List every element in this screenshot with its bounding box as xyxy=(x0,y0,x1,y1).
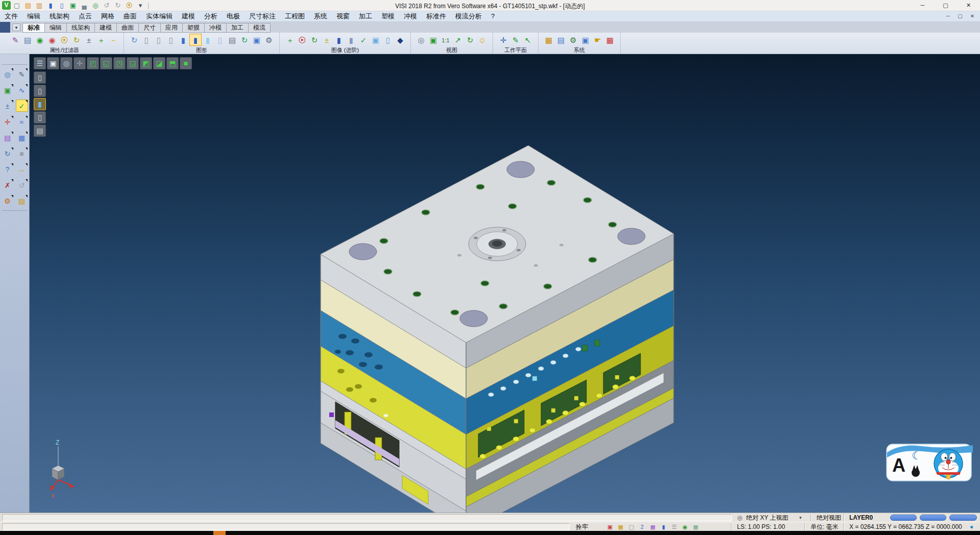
workplane-move-icon[interactable]: ↖ xyxy=(522,34,534,46)
tab-7[interactable]: 应用 xyxy=(161,23,183,33)
tab-11[interactable]: 模流 xyxy=(249,23,271,33)
wire-cylinder2-icon[interactable]: ▯ xyxy=(382,34,394,46)
fit-white-icon[interactable]: ▣ xyxy=(47,57,59,69)
visibility-trafficlight-icon[interactable]: ⦿ xyxy=(58,34,70,46)
swap-shading-icon[interactable]: ↻ xyxy=(238,34,251,46)
menu-item-20[interactable]: ? xyxy=(486,11,499,21)
dashed-hidden-cylinder-icon[interactable]: ▯ xyxy=(165,34,177,46)
menu-item-17[interactable]: 冲模 xyxy=(399,11,422,21)
menu-item-12[interactable]: 工程图 xyxy=(280,11,309,21)
taskbar-app-button[interactable] xyxy=(213,531,226,535)
triad-icon[interactable]: ✛ xyxy=(74,57,86,69)
rotate-view-icon[interactable]: ↻ xyxy=(464,34,476,46)
refresh-view-icon[interactable]: ↻ xyxy=(2,147,14,159)
menu-item-14[interactable]: 视窗 xyxy=(332,11,354,21)
dark-cube-icon[interactable]: ◆ xyxy=(394,34,406,46)
snap-mid-icon[interactable]: ▦ xyxy=(616,523,625,531)
mesh-display-icon[interactable]: ▦ xyxy=(604,34,616,46)
hide-entities-icon[interactable]: ◉ xyxy=(46,34,58,46)
remove-from-filter-icon[interactable]: － xyxy=(107,34,119,46)
display-shaded-icon[interactable]: ▮ xyxy=(34,98,46,110)
banded-cylinder-icon[interactable]: ▮ xyxy=(345,34,357,46)
view-back-icon[interactable]: ◲ xyxy=(127,57,139,69)
tab-3[interactable]: 线架构 xyxy=(67,23,95,33)
shaded-cube-icon[interactable]: ■ xyxy=(16,147,28,159)
tab-2[interactable]: 编辑 xyxy=(45,23,67,33)
image-settings-icon[interactable]: ▤ xyxy=(555,34,567,46)
attribute-books-icon[interactable]: ▤ xyxy=(2,131,14,143)
display-hatch-icon[interactable]: ▤ xyxy=(34,125,46,137)
tab-5[interactable]: 曲面 xyxy=(117,23,139,33)
view-right-icon[interactable]: ◪ xyxy=(153,57,165,69)
tab-10[interactable]: 加工 xyxy=(227,23,249,33)
help-context-icon[interactable]: 2 xyxy=(638,523,647,531)
menu-item-15[interactable]: 加工 xyxy=(354,11,377,21)
layer-indicator[interactable]: LAYER0 xyxy=(849,514,873,521)
color-table-icon[interactable]: ▦ xyxy=(543,34,555,46)
save-open-icon[interactable]: ▤ xyxy=(16,194,28,207)
grid-window-icon[interactable]: ▦ xyxy=(16,131,28,143)
menu-item-8[interactable]: 建模 xyxy=(177,11,200,21)
tab-1[interactable]: 标准 xyxy=(22,23,45,33)
view-top-icon[interactable]: ◰ xyxy=(87,57,99,69)
edit-erase-icon[interactable]: ✎ xyxy=(16,68,28,80)
zoom-solids-icon[interactable]: ± xyxy=(2,100,14,112)
mdi-minimize-button[interactable]: ─ xyxy=(943,11,952,21)
tab-dropdown-button[interactable]: ▼ xyxy=(12,23,20,31)
view-iso-icon[interactable]: ⬒ xyxy=(166,57,179,69)
mdi-restore-button[interactable]: ▢ xyxy=(955,11,965,21)
toggle-visibility-icon[interactable]: ± xyxy=(83,34,95,46)
view-left-icon[interactable]: ◩ xyxy=(140,57,152,69)
palette-small-icon[interactable]: ▦ xyxy=(648,523,657,531)
menu-item-16[interactable]: 塑模 xyxy=(377,11,399,21)
spline-edit-icon[interactable]: ≈ xyxy=(16,115,28,128)
maximize-button[interactable]: ▢ xyxy=(934,0,957,11)
lock-toggle[interactable]: 拴牢 xyxy=(576,523,588,530)
workplane-triad-icon[interactable]: ✛ xyxy=(2,115,14,128)
hatched-cylinder-icon[interactable]: ▤ xyxy=(226,34,238,46)
verify-solid-icon[interactable]: ✓ xyxy=(357,34,370,46)
display-wire-icon[interactable]: ▯ xyxy=(34,71,46,84)
menu-item-11[interactable]: 尺寸标注 xyxy=(244,11,280,21)
menu-item-2[interactable]: 编辑 xyxy=(22,11,45,21)
shaded-cylinder-icon[interactable]: ▮ xyxy=(177,34,189,46)
menu-item-19[interactable]: 模流分析 xyxy=(451,11,486,21)
shaded-edges-cylinder-icon[interactable]: ▮ xyxy=(189,34,202,46)
menu-item-9[interactable]: 分析 xyxy=(200,11,222,21)
zoom-select-icon[interactable]: ◎ xyxy=(737,514,742,521)
close-button[interactable]: ✕ xyxy=(957,0,980,11)
menu-item-4[interactable]: 点云 xyxy=(74,11,96,21)
menu-item-6[interactable]: 曲面 xyxy=(119,11,141,21)
tab-8[interactable]: 塑膜 xyxy=(183,23,205,33)
chevron-down-icon[interactable]: ▾ xyxy=(799,514,802,521)
solids-trafficlight-icon[interactable]: ⦿ xyxy=(296,34,308,46)
system-options-icon[interactable]: ⚙ xyxy=(567,34,579,46)
copy-shading-icon[interactable]: ▣ xyxy=(251,34,263,46)
wireframe-cylinder-icon[interactable]: ▯ xyxy=(140,34,153,46)
help-icon[interactable]: ? xyxy=(2,163,14,175)
zoom-extents-icon[interactable]: ▣ xyxy=(427,34,439,46)
copy-attributes-icon[interactable]: ▤ xyxy=(21,34,34,46)
display-hidden-icon[interactable]: ▯ xyxy=(34,85,46,97)
menu-item-10[interactable]: 电极 xyxy=(222,11,244,21)
measure-icon[interactable]: ↔ xyxy=(16,163,28,175)
view-face-icon[interactable]: ☺ xyxy=(476,34,488,46)
mold-model-3d[interactable] xyxy=(30,54,980,513)
orbit-small-icon[interactable]: ◉ xyxy=(680,523,690,531)
sketch-curve-icon[interactable]: ∿ xyxy=(16,84,28,96)
3d-viewport[interactable]: ☰▣◎✛◰◱◳◲◩◪⬒■ ▯▯▮▯▤ Z X A ☾ xyxy=(30,54,980,513)
menu-item-1[interactable]: 文件 xyxy=(0,11,22,21)
paint-attributes-icon[interactable]: ✎ xyxy=(9,34,21,46)
zoom-1-1-icon[interactable]: 1:1 xyxy=(439,34,452,46)
flat-shaded-cylinder-icon[interactable]: ▯ xyxy=(214,34,226,46)
minimize-button[interactable]: ─ xyxy=(911,0,934,11)
tab-9[interactable]: 冲模 xyxy=(205,23,227,33)
list-small-icon[interactable]: ☰ xyxy=(670,523,679,531)
display-flat-icon[interactable]: ▯ xyxy=(34,111,46,124)
menu-item-18[interactable]: 标准件 xyxy=(422,11,451,21)
graphics-options-icon[interactable]: ⚙ xyxy=(263,34,275,46)
pick-hand-icon[interactable]: ☛ xyxy=(592,34,604,46)
solid-small-icon[interactable]: ▮ xyxy=(659,523,668,531)
hidden-lines-cylinder-icon[interactable]: ▯ xyxy=(153,34,165,46)
workplane-edit-icon[interactable]: ✎ xyxy=(509,34,522,46)
